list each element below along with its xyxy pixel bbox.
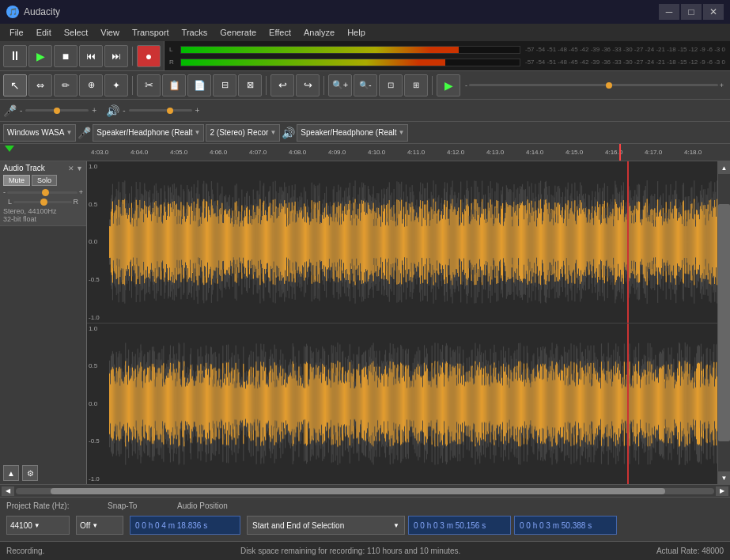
menu-view[interactable]: View <box>94 26 126 39</box>
menu-file[interactable]: File <box>3 26 30 39</box>
stop-button[interactable]: ■ <box>54 45 78 67</box>
envelope-tool-button[interactable]: ⇔ <box>28 74 52 96</box>
ruler-4060: 4:06.0 <box>210 149 227 156</box>
horizontal-scrollbar: ◀ ▶ <box>0 484 730 497</box>
record-button[interactable]: ● <box>137 45 161 67</box>
project-rate-select[interactable]: 44100 ▼ <box>6 516 70 535</box>
prev-button[interactable]: ⏮ <box>79 45 103 67</box>
ruler-4130: 4:13.0 <box>486 149 504 156</box>
menu-transport[interactable]: Transport <box>126 26 176 39</box>
play-button[interactable]: ▶ <box>28 45 52 67</box>
sep5 <box>432 76 433 95</box>
rate-arrow: ▼ <box>34 522 40 529</box>
speed-slider-thumb[interactable] <box>606 82 612 89</box>
channels-value: 2 (Stereo) Recor <box>210 128 268 137</box>
output-select[interactable]: Speaker/Headphone (Realt ▼ <box>297 124 408 142</box>
track-info-2: 32-bit float <box>3 215 83 223</box>
track-close[interactable]: ✕ <box>68 165 74 172</box>
vscroll-up[interactable]: ▲ <box>718 161 730 174</box>
solo-button[interactable]: Solo <box>32 175 57 186</box>
menu-analyze[interactable]: Analyze <box>297 26 341 39</box>
hscroll-track[interactable] <box>16 488 714 494</box>
vu-r-label: R <box>169 59 179 66</box>
mic-value: Speaker/Headphone (Realt <box>96 128 192 137</box>
hscroll-thumb[interactable] <box>51 488 665 494</box>
menu-select[interactable]: Select <box>58 26 95 39</box>
mute-button[interactable]: Mute <box>3 175 30 186</box>
mic-device-icon[interactable]: 🎤 <box>78 127 91 139</box>
pan-thumb[interactable] <box>40 199 47 206</box>
audio-position-field[interactable]: 0 0 h 0 4 m 18.836 s <box>130 516 240 535</box>
zoom-fit-button[interactable]: ⊡ <box>379 74 403 96</box>
silence-button[interactable]: ⊠ <box>238 74 262 96</box>
vscroll-track[interactable] <box>718 174 730 471</box>
track-expand-button[interactable]: ▲ <box>3 465 19 481</box>
spk-slider-thumb[interactable] <box>167 108 173 114</box>
timeshift-tool-button[interactable]: ✦ <box>104 74 128 96</box>
channels-select[interactable]: 2 (Stereo) Recor ▼ <box>206 124 280 142</box>
menu-tracks[interactable]: Tracks <box>176 26 214 39</box>
ruler-4140: 4:14.0 <box>526 149 543 156</box>
vertical-scrollbar[interactable]: ▲ ▼ <box>717 161 730 484</box>
bottom-toolbar-container: Project Rate (Hz): Snap-To Audio Positio… <box>0 497 730 541</box>
mic-icon[interactable]: 🎤 <box>3 104 17 117</box>
vscroll-thumb[interactable] <box>718 204 730 442</box>
menu-effect[interactable]: Effect <box>263 26 297 39</box>
selection-mode-select[interactable]: Start and End of Selection ▼ <box>247 516 405 535</box>
mic-slider-thumb[interactable] <box>54 108 60 114</box>
ruler-4040: 4:04.0 <box>130 149 148 156</box>
speed-slider-track[interactable] <box>469 84 718 86</box>
sel-end-field[interactable]: 0 0 h 0 3 m 50.388 s <box>514 516 617 535</box>
output-icon[interactable]: 🔊 <box>282 127 295 139</box>
menu-help[interactable]: Help <box>341 26 372 39</box>
copy-button[interactable]: 📋 <box>162 74 186 96</box>
undo-button[interactable]: ↩ <box>270 74 294 96</box>
menu-generate[interactable]: Generate <box>214 26 263 39</box>
vu-left-fill <box>181 47 459 53</box>
hscroll-left[interactable]: ◀ <box>2 486 14 496</box>
hscroll-right[interactable]: ▶ <box>716 486 728 496</box>
zoom-out-button[interactable]: 🔍- <box>354 74 377 96</box>
mic-volume-slider[interactable] <box>25 109 89 112</box>
volume-thumb[interactable] <box>42 189 49 196</box>
redo-button[interactable]: ↪ <box>296 74 320 96</box>
minimize-button[interactable]: ─ <box>659 4 679 20</box>
vscroll-down[interactable]: ▼ <box>718 471 730 484</box>
project-rate-value: 44100 <box>10 521 32 530</box>
vol-max: + <box>79 188 83 196</box>
app-icon: 🎵 <box>6 6 19 18</box>
next-button[interactable]: ⏭ <box>104 45 128 67</box>
play-at-speed-button[interactable]: ▶ <box>437 74 460 96</box>
zoom-sel-button[interactable]: ⊞ <box>404 74 428 96</box>
track-settings-button[interactable]: ⚙ <box>22 465 38 481</box>
sep3 <box>266 76 267 95</box>
track-name: Audio Track <box>3 164 45 172</box>
menu-edit[interactable]: Edit <box>30 26 58 39</box>
status-disk: Disk space remaining for recording: 110 … <box>240 547 460 555</box>
vu-l-label: L <box>169 46 179 53</box>
sel-start-field[interactable]: 0 0 h 0 3 m 50.156 s <box>408 516 511 535</box>
draw-tool-button[interactable]: ✏ <box>54 74 78 96</box>
zoom-tool-button[interactable]: ⊕ <box>79 74 103 96</box>
cut-button[interactable]: ✂ <box>137 74 161 96</box>
maximize-button[interactable]: □ <box>681 4 702 20</box>
host-select[interactable]: Windows WASA ▼ <box>3 124 76 142</box>
host-arrow: ▼ <box>66 129 72 136</box>
trim-button[interactable]: ⊟ <box>213 74 236 96</box>
ruler-4090: 4:09.0 <box>328 149 346 156</box>
spk-volume-slider[interactable] <box>129 109 192 112</box>
mic-vol-max: + <box>92 106 96 115</box>
speaker-icon[interactable]: 🔊 <box>106 104 119 117</box>
zoom-in-button[interactable]: 🔍+ <box>328 74 352 96</box>
snap-to-select[interactable]: Off ▼ <box>76 516 123 535</box>
pause-button[interactable]: ⏸ <box>3 45 27 67</box>
volume-slider[interactable] <box>7 191 78 194</box>
close-button[interactable]: ✕ <box>703 4 724 20</box>
mic-select[interactable]: Speaker/Headphone (Realt ▼ <box>93 124 204 142</box>
paste-button[interactable]: 📄 <box>187 74 211 96</box>
status-recording: Recording. <box>6 547 44 555</box>
select-tool-button[interactable]: ↖ <box>3 74 27 96</box>
selection-mode-value: Start and End of Selection <box>252 521 344 530</box>
pan-slider[interactable] <box>13 201 71 203</box>
track-dropdown-arrow[interactable]: ▼ <box>76 165 83 172</box>
